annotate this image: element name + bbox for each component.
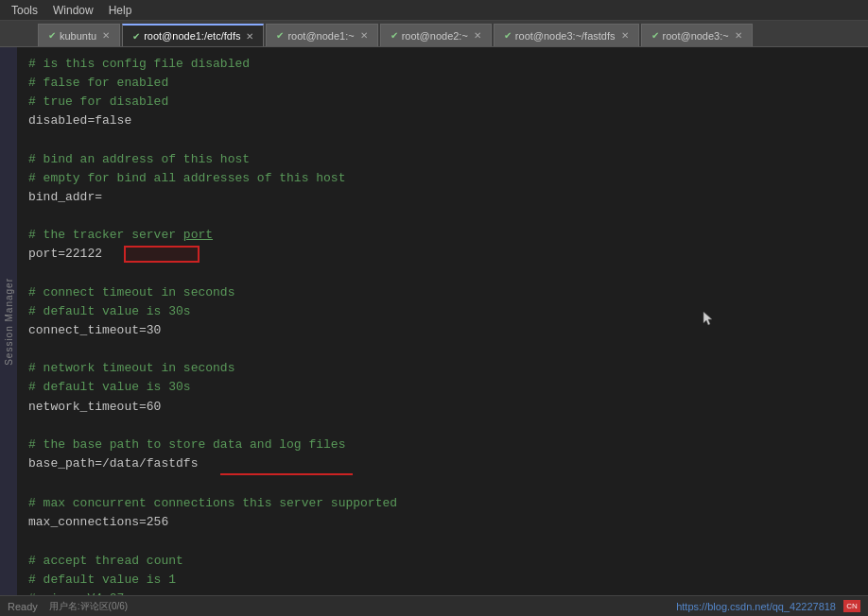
tab-close-node3-fastdfs[interactable]: ✕ — [621, 30, 629, 41]
sidebar-label: Session Manager — [4, 278, 14, 366]
line-10: # the tracker server port — [28, 226, 857, 245]
line-19: network_timeout=60 — [28, 398, 857, 417]
line-7: # empty for bind all addresses of this h… — [28, 169, 857, 188]
status-bar: Ready 用户名:评论区(0/6) https://blog.csdn.net… — [0, 595, 868, 616]
menu-tools[interactable]: Tools — [4, 2, 45, 19]
status-userinfo: 用户名:评论区(0/6) — [49, 600, 128, 613]
status-flag-icon: CN — [843, 600, 860, 612]
line-17: # network timeout in seconds — [28, 359, 857, 378]
line-21: # the base path to store data and log fi… — [28, 436, 857, 454]
status-ready-label: Ready — [8, 601, 38, 612]
menu-bar: Tools Window Help — [0, 0, 868, 21]
port-highlight-box — [124, 246, 200, 263]
line-14: # default value is 30s — [28, 302, 857, 321]
tab-close-node3-home[interactable]: ✕ — [735, 30, 742, 41]
line-18: # default value is 30s — [28, 378, 857, 397]
tab-close-node2-home[interactable]: ✕ — [474, 30, 481, 41]
menu-window[interactable]: Window — [45, 2, 101, 19]
tab-close-kubuntu[interactable]: ✕ — [102, 30, 110, 41]
line-9 — [28, 207, 857, 226]
tab-close-node1-home[interactable]: ✕ — [360, 30, 368, 41]
menu-help[interactable]: Help — [101, 2, 140, 19]
basepath-highlight-underline — [220, 454, 353, 475]
line-13: # connect timeout in seconds — [28, 283, 857, 302]
tab-node2-home[interactable]: ✔ root@node2:~ ✕ — [380, 24, 492, 46]
tab-node1-fdfs[interactable]: ✔ root@node1:/etc/fdfs ✕ — [122, 24, 264, 46]
line-12 — [28, 265, 857, 283]
line-24: # max concurrent connections this server… — [28, 494, 857, 513]
tab-kubuntu[interactable]: ✔ kubuntu ✕ — [38, 24, 120, 46]
line-1: # is this config file disabled — [28, 55, 857, 74]
line-6: # bind an address of this host — [28, 150, 857, 169]
line-3: # true for disabled — [28, 93, 857, 111]
tab-node3-fastdfs[interactable]: ✔ root@node3:~/fastdfs ✕ — [494, 24, 639, 46]
line-27: # accept thread count — [28, 552, 857, 571]
line-11: port=22122 — [28, 245, 857, 264]
status-blog-link[interactable]: https://blog.csdn.net/qq_42227818 — [676, 601, 836, 612]
tab-bar: ✔ kubuntu ✕ ✔ root@node1:/etc/fdfs ✕ ✔ r… — [0, 21, 868, 47]
tab-node3-home[interactable]: ✔ root@node3:~ ✕ — [641, 24, 753, 46]
status-left: Ready 用户名:评论区(0/6) — [8, 600, 128, 613]
line-8: bind_addr= — [28, 188, 857, 207]
line-15: connect_timeout=30 — [28, 321, 857, 340]
session-manager-sidebar: Session Manager — [0, 47, 17, 595]
status-right: https://blog.csdn.net/qq_42227818 CN — [676, 600, 860, 612]
line-2: # false for enabled — [28, 74, 857, 93]
line-22: base_path=/data/fastdfs — [28, 454, 857, 475]
tab-close-node1-fdfs[interactable]: ✕ — [246, 31, 253, 42]
line-20 — [28, 417, 857, 436]
line-4: disabled=false — [28, 111, 857, 130]
line-25: max_connections=256 — [28, 513, 857, 532]
line-26 — [28, 533, 857, 552]
line-28: # default value is 1 — [28, 571, 857, 590]
tab-node1-home[interactable]: ✔ root@node1:~ ✕ — [266, 24, 377, 46]
terminal-content[interactable]: # is this config file disabled # false f… — [17, 47, 868, 595]
line-23 — [28, 475, 857, 494]
line-16 — [28, 340, 857, 359]
line-5 — [28, 131, 857, 150]
